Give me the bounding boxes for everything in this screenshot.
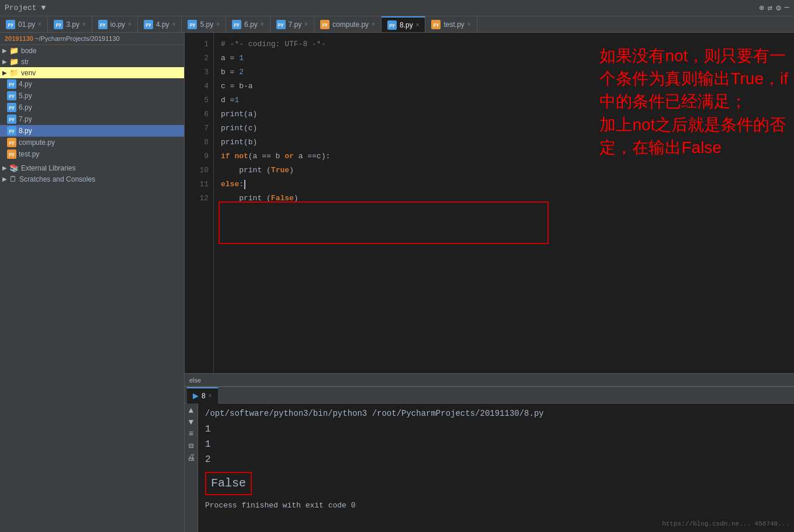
collapse-icon: ▶ — [2, 165, 7, 171]
settings-icon[interactable]: ⚙ — [776, 3, 781, 13]
run-side-icons: ▲ ▼ ≡ ⊟ 🖨 — [185, 404, 198, 532]
tab-bar: py 01.py × py 3.py × py io.py × py 4.py … — [0, 16, 794, 33]
py-file-icon: py — [7, 138, 16, 147]
external-libraries-icon: 📚 — [9, 164, 19, 172]
tab-6py[interactable]: py 6.py × — [226, 16, 271, 33]
py-file-icon: py — [232, 20, 241, 29]
project-title[interactable]: Project ▼ — [5, 4, 46, 12]
close-icon[interactable]: × — [304, 21, 308, 27]
collapse-icon: ▶ — [2, 47, 7, 54]
minimize-icon[interactable]: ─ — [785, 3, 789, 13]
process-finished: Process finished with exit code 0 — [205, 500, 787, 512]
py-file-icon: py — [7, 149, 16, 159]
tab-01py[interactable]: py 01.py × — [0, 16, 48, 33]
py-file-icon: py — [7, 103, 16, 112]
run-tab-8[interactable]: ▶ 8 × — [187, 387, 218, 404]
soft-wrap-icon[interactable]: ≡ — [189, 429, 193, 439]
sidebar-item-venv[interactable]: ▶ 📁 venv — [0, 67, 184, 78]
editor-run-column: 1 2 3 4 5 6 7 8 9 10 11 12 # -*- coding:… — [185, 33, 794, 532]
folder-icon: 📁 — [9, 57, 19, 66]
run-url: https://blog.csdn.ne... 456740... — [662, 519, 789, 530]
run-command: /opt/software/python3/bin/python3 /root/… — [205, 407, 787, 420]
collapse-icon: ▶ — [2, 58, 7, 65]
py-file-icon: py — [7, 114, 16, 124]
py-file-icon: py — [320, 20, 330, 29]
close-icon[interactable]: × — [128, 21, 131, 27]
run-output-line-1: 1 — [205, 422, 787, 437]
top-icons: ⊕ ⇄ ⚙ ─ — [759, 3, 789, 13]
tab-8py[interactable]: py 8.py × — [382, 16, 426, 33]
run-tab-close[interactable]: × — [209, 392, 212, 399]
collapse-icon: ▶ — [2, 176, 7, 182]
py-file-icon: py — [7, 79, 16, 89]
sidebar: 20191130 20191130 ~/PycharmProjects/2019… — [0, 33, 185, 532]
py-file-icon: py — [98, 20, 108, 29]
py-file-icon: py — [144, 20, 153, 29]
run-tab-bar: ▶ 8 × — [185, 387, 794, 404]
sidebar-item-str[interactable]: ▶ 📁 str — [0, 56, 184, 67]
close-icon[interactable]: × — [216, 21, 220, 27]
sidebar-header: 20191130 20191130 ~/PycharmProjects/2019… — [0, 33, 184, 45]
sidebar-item-bode[interactable]: ▶ 📁 bode — [0, 45, 184, 56]
line-numbers: 1 2 3 4 5 6 7 8 9 10 11 12 — [185, 33, 214, 373]
add-icon[interactable]: ⊕ — [759, 3, 764, 13]
close-icon[interactable]: × — [82, 21, 86, 27]
breadcrumb-bar: else — [185, 373, 794, 386]
folder-icon: 📁 — [9, 46, 19, 55]
close-icon[interactable]: × — [261, 21, 264, 27]
sidebar-item-8py[interactable]: py 8.py — [0, 125, 184, 137]
py-file-icon: py — [431, 20, 441, 29]
py-file-icon: py — [276, 20, 286, 29]
sidebar-item-4py[interactable]: py 4.py — [0, 78, 184, 90]
sidebar-external-libraries[interactable]: ▶ 📚 External Libraries — [0, 162, 184, 173]
run-output: /opt/software/python3/bin/python3 /root/… — [198, 404, 794, 532]
scroll-down-icon[interactable]: ▼ — [189, 418, 193, 427]
sidebar-item-6py[interactable]: py 6.py — [0, 102, 184, 113]
tab-7py[interactable]: py 7.py × — [271, 16, 315, 33]
py-file-icon: py — [7, 126, 16, 135]
close-icon[interactable]: × — [172, 21, 176, 27]
code-line-11: else: — [221, 178, 787, 192]
tab-iopy[interactable]: py io.py × — [92, 16, 138, 33]
scratches-icon: 🗒 — [9, 175, 17, 183]
sidebar-item-computepy[interactable]: py compute.py — [0, 137, 184, 148]
sidebar-item-testpy[interactable]: py test.py — [0, 148, 184, 160]
py-file-icon: py — [188, 20, 197, 29]
py-file-icon: py — [54, 20, 63, 29]
py-file-icon: py — [387, 20, 397, 30]
py-file-icon: py — [6, 20, 15, 29]
code-container: 1 2 3 4 5 6 7 8 9 10 11 12 # -*- coding:… — [185, 33, 794, 373]
editor-area: 1 2 3 4 5 6 7 8 9 10 11 12 # -*- coding:… — [185, 33, 794, 386]
print-icon[interactable]: 🖨 — [187, 453, 195, 463]
close-icon[interactable]: × — [38, 21, 41, 27]
close-icon[interactable]: × — [372, 21, 375, 27]
code-line-12: print (False) — [221, 192, 787, 206]
false-box: False — [205, 472, 252, 495]
close-icon[interactable]: × — [416, 22, 419, 28]
collapse-icon: ▶ — [2, 69, 7, 76]
tab-5py[interactable]: py 5.py × — [182, 16, 226, 33]
tab-3py[interactable]: py 3.py × — [48, 16, 92, 33]
run-content-area: ▲ ▼ ≡ ⊟ 🖨 /opt/software/python3/bin/pyth… — [185, 404, 794, 532]
sidebar-item-7py[interactable]: py 7.py — [0, 113, 184, 125]
sidebar-scratches[interactable]: ▶ 🗒 Scratches and Consoles — [0, 173, 184, 185]
run-panel: ▶ 8 × ▲ ▼ ≡ ⊟ 🖨 /opt/software/python3/bi… — [185, 386, 794, 532]
sidebar-item-5py[interactable]: py 5.py — [0, 90, 184, 102]
run-false-output: False — [205, 470, 787, 495]
clear-icon[interactable]: ⊟ — [189, 441, 193, 451]
annotation-text: 如果没有not，则只要有一个条件为真则输出True，if中的条件已经满足；加上n… — [599, 44, 788, 159]
code-line-10: print (True) — [221, 164, 787, 178]
scroll-up-icon[interactable]: ▲ — [189, 406, 193, 415]
tab-4py[interactable]: py 4.py × — [138, 16, 182, 33]
main-layout: 20191130 20191130 ~/PycharmProjects/2019… — [0, 33, 794, 532]
folder-icon: 📁 — [9, 68, 19, 77]
run-output-line-3: 2 — [205, 453, 787, 468]
py-file-icon: py — [7, 91, 16, 100]
tab-computepy[interactable]: py compute.py × — [314, 16, 382, 33]
close-icon[interactable]: × — [467, 21, 471, 27]
top-bar: Project ▼ ⊕ ⇄ ⚙ ─ — [0, 0, 794, 16]
run-icon: ▶ — [193, 391, 199, 400]
split-icon[interactable]: ⇄ — [768, 3, 772, 13]
tab-testpy[interactable]: py test.py × — [425, 16, 477, 33]
breadcrumb-text: else — [189, 377, 201, 384]
